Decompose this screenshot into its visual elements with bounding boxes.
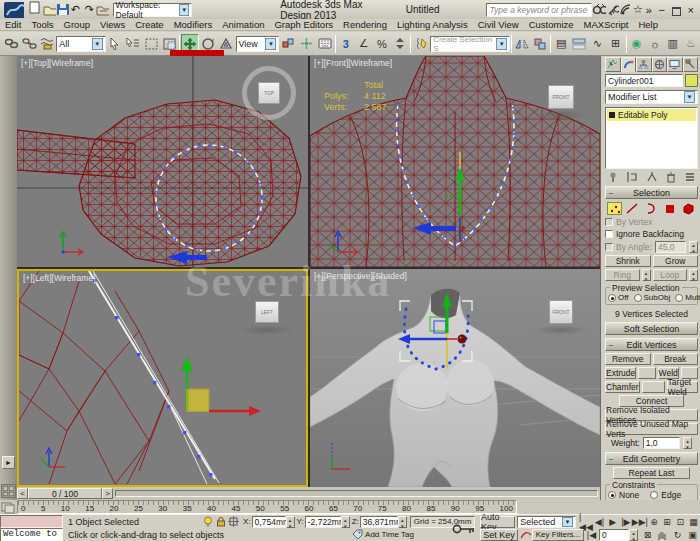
vertex-mode-icon-active[interactable] xyxy=(607,202,622,215)
close-button[interactable]: × xyxy=(688,4,694,16)
x-coordinate-field[interactable]: 0,754mm xyxy=(252,516,286,528)
chamfer-settings-button[interactable] xyxy=(642,381,665,393)
material-editor-icon[interactable]: ◉ xyxy=(628,34,646,53)
show-end-result-icon[interactable] xyxy=(626,171,638,183)
viewcube-front[interactable]: FRONT xyxy=(534,70,588,124)
weight-spinner[interactable]: ▴▾ xyxy=(683,437,692,449)
by-angle-spinner[interactable]: ▴▾ xyxy=(689,241,698,253)
goto-end-icon[interactable]: ▶▶| xyxy=(632,516,647,528)
polygon-mode-icon[interactable] xyxy=(663,202,678,215)
remove-unused-map-verts-button[interactable]: Remove Unused Map Verts xyxy=(605,423,698,435)
viewport-layout-icon[interactable] xyxy=(1,484,16,498)
menu-civil-view[interactable]: Civil View xyxy=(473,19,524,30)
restore-button[interactable] xyxy=(672,7,681,16)
current-frame-field[interactable]: 0 xyxy=(599,529,629,541)
tab-display[interactable] xyxy=(667,57,683,72)
menu-graph-editors[interactable]: Graph Editors xyxy=(269,19,338,30)
ignore-backfacing-checkbox[interactable] xyxy=(605,230,613,238)
constraint-edge-radio[interactable] xyxy=(650,491,658,499)
viewcube-top[interactable]: TOP xyxy=(242,66,296,120)
rendered-frame-window-icon[interactable]: ▥ xyxy=(664,34,682,53)
project-folder-icon[interactable] xyxy=(96,3,108,16)
default-tangent-icon[interactable] xyxy=(520,529,532,540)
next-frame-arrow[interactable]: > xyxy=(102,488,113,499)
layer-manager-icon[interactable]: ▤ xyxy=(552,34,570,53)
unlink-selection-icon[interactable] xyxy=(20,34,38,53)
infocenter-more-icon[interactable]: » xyxy=(645,4,653,16)
object-name-field[interactable]: Cylinder001 xyxy=(605,74,683,87)
by-angle-field[interactable]: 45,0 xyxy=(655,241,686,253)
menu-help[interactable]: Help xyxy=(633,19,663,30)
menu-customize[interactable]: Customize xyxy=(524,19,579,30)
align-icon[interactable] xyxy=(531,34,549,53)
configure-modifier-sets-icon[interactable] xyxy=(684,171,696,183)
viewport-front-label[interactable]: [+][Front][Wireframe] xyxy=(314,58,392,68)
bind-to-spacewarp-icon[interactable] xyxy=(38,34,56,53)
menu-lighting-analysis[interactable]: Lighting Analysis xyxy=(392,19,473,30)
viewport-top[interactable]: [+][Top][Wireframe] xyxy=(17,56,308,267)
zoom-extents-icon[interactable]: ⊡ xyxy=(674,516,687,528)
remove-modifier-icon[interactable] xyxy=(665,171,677,183)
subscription-icon[interactable] xyxy=(606,3,618,16)
ribbon-toggle-icon[interactable] xyxy=(570,34,588,53)
y-coordinate-field[interactable]: -2,722mm xyxy=(305,516,341,528)
zoom-extents-all-icon[interactable]: ▦ xyxy=(687,516,700,528)
new-file-icon[interactable] xyxy=(27,0,43,19)
save-icon[interactable] xyxy=(56,3,68,16)
schematic-view-icon[interactable]: ⊞ xyxy=(606,34,624,53)
extrude-button[interactable]: Extrude xyxy=(605,367,636,379)
time-slider-handle[interactable]: 0 / 100 xyxy=(28,488,102,499)
communication-center-icon[interactable] xyxy=(619,3,631,16)
zoom-region-icon[interactable]: ⊠ xyxy=(640,529,655,541)
grow-button[interactable]: Grow xyxy=(653,255,699,267)
infocenter-search-field[interactable]: Type a keyword or phrase xyxy=(486,3,592,17)
key-mode-dropdown[interactable]: Selected▼ xyxy=(517,516,576,528)
selection-filter-dropdown[interactable]: All▼ xyxy=(56,36,106,52)
zoom-icon[interactable]: ⊕ xyxy=(647,516,660,528)
reference-coordinate-dropdown[interactable]: View▼ xyxy=(236,36,280,52)
strip-flyout-button[interactable]: ► xyxy=(2,456,15,469)
shrink-button[interactable]: Shrink xyxy=(605,255,651,267)
viewport-perspective[interactable]: [+][Perspective][Shaded] xyxy=(310,269,600,487)
preview-multi-radio[interactable] xyxy=(675,294,683,302)
tab-utilities[interactable] xyxy=(683,57,699,72)
maximize-viewport-toggle-icon[interactable]: ▣ xyxy=(685,529,700,541)
edit-named-selection-sets-icon[interactable] xyxy=(412,34,430,53)
expand-stack-icon[interactable] xyxy=(609,112,615,118)
render-setup-icon[interactable]: ☼ xyxy=(646,34,664,53)
border-mode-icon[interactable] xyxy=(644,202,659,215)
angle-snap-icon[interactable]: ∠ xyxy=(355,34,373,53)
target-weld-button[interactable]: Target Weld xyxy=(667,381,698,393)
viewcube-perspective[interactable]: FRONT xyxy=(534,285,588,339)
next-frame-icon[interactable]: |▶ xyxy=(619,516,632,528)
repeat-last-button[interactable]: Repeat Last xyxy=(613,467,690,479)
tab-modify[interactable] xyxy=(621,57,637,72)
menu-create[interactable]: Create xyxy=(130,19,169,30)
loop-spinner[interactable]: ▴▾ xyxy=(689,269,698,281)
modifier-list-dropdown[interactable]: Modifier List ▼ xyxy=(605,90,698,104)
edit-vertices-header[interactable]: – Edit Vertices xyxy=(605,338,698,351)
by-angle-checkbox[interactable] xyxy=(605,243,613,251)
tab-create[interactable] xyxy=(605,57,621,72)
select-object-icon[interactable] xyxy=(106,34,124,53)
search-binoculars-icon[interactable] xyxy=(592,3,607,16)
undo-icon[interactable]: ↶ xyxy=(69,3,83,16)
minimize-button[interactable]: – xyxy=(659,4,665,16)
pan-hand-icon[interactable] xyxy=(655,529,670,541)
edit-geometry-header[interactable]: – Edit Geometry xyxy=(605,452,698,465)
preview-off-radio[interactable] xyxy=(608,294,616,302)
pin-stack-icon[interactable] xyxy=(607,171,619,183)
app-logo-icon[interactable] xyxy=(3,1,24,19)
y-spinner[interactable]: ▴▾ xyxy=(341,516,350,528)
z-spinner[interactable]: ▴▾ xyxy=(398,516,407,528)
spinner-snap-icon[interactable] xyxy=(391,34,409,53)
viewport-perspective-label[interactable]: [+][Perspective][Shaded] xyxy=(314,271,407,281)
soft-selection-header[interactable]: Soft Selection xyxy=(605,322,698,335)
x-spinner[interactable]: ▴▾ xyxy=(286,516,295,528)
workspace-dropdown[interactable]: Workspace: Default ▼ xyxy=(113,3,193,17)
viewport-front[interactable]: [+][Front][Wireframe] xyxy=(310,56,600,267)
object-color-swatch[interactable] xyxy=(685,74,698,87)
remove-button[interactable]: Remove xyxy=(605,353,651,365)
select-by-name-icon[interactable] xyxy=(124,34,142,53)
isolate-lightbulb-icon[interactable] xyxy=(201,516,214,528)
